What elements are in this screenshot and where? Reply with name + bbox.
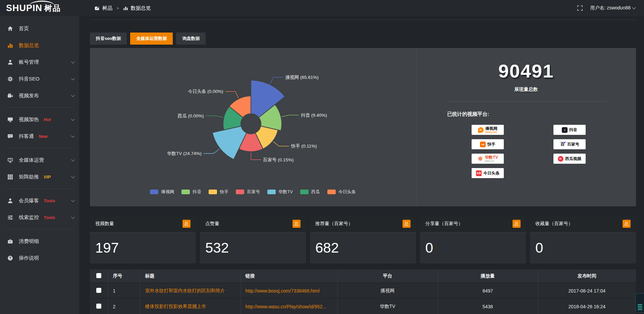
pie-label-line — [206, 116, 223, 117]
legend-item-抖音[interactable]: 抖音 — [181, 189, 201, 195]
service-float-widget[interactable] — [635, 293, 644, 313]
legend-item-西瓜[interactable]: 西瓜 — [300, 189, 320, 195]
tab-inquiry-data[interactable]: 询盘数据 — [176, 33, 206, 45]
platform-badge-name: 华数TV — [485, 155, 498, 160]
cell-time: 2017-08-24 17:04 — [538, 283, 636, 299]
wasu-star-icon — [477, 156, 483, 162]
legend-label: 西瓜 — [311, 189, 320, 195]
sidebar-item-label: 全媒体运营 — [19, 157, 44, 163]
sidebar-item-data-overview[interactable]: 数据总览 — [0, 37, 79, 54]
platform-badge-name: 百家号 — [567, 142, 579, 147]
breadcrumb-root[interactable]: 树品 — [102, 5, 112, 11]
legend-item-快手[interactable]: 快手 — [209, 189, 228, 195]
col-header: 播放量 — [438, 269, 538, 283]
cell-title-link[interactable]: 楼体投影灯投影效果震撼上市 — [140, 299, 240, 314]
row-checkbox[interactable] — [96, 288, 101, 293]
cell-title-link[interactable]: 室外水纹灯和室内水纹灯的区别和简介 — [140, 283, 240, 299]
sidebar-item-douketong[interactable]: 抖客通New — [0, 128, 79, 145]
sidebar-item-matrix-boost[interactable]: 矩阵助推VIP — [0, 168, 79, 185]
platform-badge-column: ▶播视网boosj.comoo快手华数TVwasu.cn头条今日头条 — [472, 125, 504, 178]
user-menu[interactable]: 用户名: zswodun88 — [590, 5, 635, 11]
table-row: 2楼体投影灯投影效果震撼上市http://www.wasu.cn/Play/sh… — [90, 299, 636, 314]
table-row: 1室外水纹灯和室内水纹灯的区别和简介http://www.boosj.com/7… — [90, 283, 636, 299]
sidebar-item-douyin-seo[interactable]: 抖音SEO — [0, 70, 79, 87]
sidebar-item-label: 视频发布 — [19, 93, 39, 99]
pie-label-line — [225, 92, 239, 98]
platform-badge-百家号: 百百家号 — [553, 139, 586, 149]
boosj-play-icon: ▶ — [478, 127, 484, 133]
pie-label-line — [282, 115, 299, 117]
pie-label: 百家号 (0.15%) — [263, 157, 294, 162]
pie-chart-svg: 播视网 (65.61%)抖音 (9.40%)快手 (0.11%)百家号 (0.1… — [90, 48, 416, 196]
monitor-icon — [7, 157, 14, 163]
chart-legend: 播视网抖音快手百家号华数TV西瓜今日头条 — [90, 189, 416, 195]
pie-label: 今日头条 (0.00%) — [188, 89, 223, 94]
sidebar-item-clue-monitor[interactable]: 线索监控Tools — [0, 209, 79, 226]
platform-badge-西瓜视频: ▶西瓜视频 — [553, 154, 586, 164]
platform-badge-name: 快手 — [487, 142, 495, 147]
tab-douyin-seo-data[interactable]: 抖音seo数据 — [90, 33, 127, 45]
sidebar-item-home[interactable]: 首页 — [0, 20, 79, 37]
select-all-checkbox[interactable] — [96, 273, 101, 278]
breadcrumb-separator: > — [116, 6, 119, 11]
sidebar-item-account[interactable]: 账号管理 — [0, 54, 79, 70]
chevron-down-icon — [71, 117, 75, 121]
video-camera-icon — [7, 93, 14, 99]
total-badge: 总 — [623, 220, 631, 228]
app-logo: SHUPIN 树品 — [0, 0, 79, 16]
col-header: 发布时间 — [538, 269, 636, 283]
sidebar-item-label: 线索监控 — [19, 214, 39, 221]
stat-card-value: 682 — [310, 232, 416, 256]
sidebar-item-label: 视频加热 — [19, 116, 39, 123]
legend-swatch — [327, 190, 336, 194]
legend-swatch — [236, 190, 244, 194]
chevron-down-icon — [71, 60, 75, 63]
sidebar-item-label: 抖音SEO — [19, 76, 40, 82]
platform-badge-column: ♪抖音百百家号▶西瓜视频 — [553, 125, 586, 178]
chevron-down-icon — [71, 158, 75, 161]
videos-table: 序号标题链接平台播放量发布时间1室外水纹灯和室内水纹灯的区别和简介http://… — [90, 269, 636, 314]
total-badge: 总 — [182, 220, 191, 228]
tab-media-ops-data[interactable]: 全媒体运营数据 — [130, 33, 173, 45]
logo-arc-decoration — [29, 1, 55, 6]
sidebar-item-label: 抖客通 — [19, 133, 34, 140]
sidebar-item-label: 操作说明 — [19, 255, 39, 261]
sidebar-item-help[interactable]: ?操作说明 — [0, 250, 79, 266]
legend-label: 华数TV — [278, 189, 293, 195]
sidebar: 首页数据总览账号管理抖音SEO视频发布视频加热Hot抖客通New全媒体运营矩阵助… — [0, 16, 79, 314]
chart-panel: 播视网 (65.61%)抖音 (9.40%)快手 (0.11%)百家号 (0.1… — [90, 48, 636, 206]
sidebar-item-media-ops[interactable]: 全媒体运营 — [0, 152, 79, 168]
stat-card-value: 0 — [530, 232, 636, 256]
sliders-icon — [7, 215, 14, 220]
stat-card-点赞量: 点赞量总532 — [200, 215, 306, 263]
platform-badge-抖音: ♪抖音 — [553, 125, 586, 135]
sidebar-item-consume[interactable]: 消费明细 — [0, 233, 79, 250]
platform-badge-name: 今日头条 — [483, 171, 499, 175]
cell-url-link[interactable]: http://www.boosj.com/7338468.html — [240, 283, 337, 299]
row-checkbox[interactable] — [96, 304, 101, 309]
legend-item-今日头条[interactable]: 今日头条 — [327, 189, 356, 195]
legend-item-播视网[interactable]: 播视网 — [150, 189, 174, 195]
stat-card-title: 收藏量（百家号） — [535, 221, 573, 227]
stat-card-推荐量（百家号）: 推荐量（百家号）总682 — [310, 215, 416, 263]
stat-card-title: 点赞量 — [205, 221, 219, 227]
wallet-icon — [7, 239, 14, 244]
main-content: 抖音seo数据全媒体运营数据询盘数据 播视网 (65.61%)抖音 (9.40%… — [79, 16, 644, 314]
total-badge: 总 — [513, 220, 521, 228]
legend-item-华数TV[interactable]: 华数TV — [267, 189, 293, 195]
sidebar-item-tag: Tools — [44, 215, 55, 220]
sidebar-item-tag: VIP — [44, 174, 51, 179]
pie-slice-华数TV[interactable] — [212, 126, 247, 160]
stat-card-收藏量（百家号）: 收藏量（百家号）总0 — [530, 215, 636, 263]
legend-item-百家号[interactable]: 百家号 — [236, 189, 260, 195]
fullscreen-icon[interactable] — [577, 5, 583, 11]
total-impressions-value: 90491 — [416, 60, 636, 82]
sidebar-item-member-burst[interactable]: 会员爆客Tools — [0, 192, 79, 209]
sidebar-item-video-publish[interactable]: 视频发布 — [0, 87, 79, 104]
sidebar-divider — [5, 189, 74, 189]
sidebar-item-video-heat[interactable]: 视频加热Hot — [0, 111, 79, 128]
cell-url-link[interactable]: http://www.wasu.cn/Play/show/id/952... — [240, 299, 337, 314]
chat-icon — [7, 134, 14, 139]
breadcrumb-current[interactable]: 数据总览 — [131, 5, 151, 11]
cell-platform: 播视网 — [337, 283, 438, 299]
